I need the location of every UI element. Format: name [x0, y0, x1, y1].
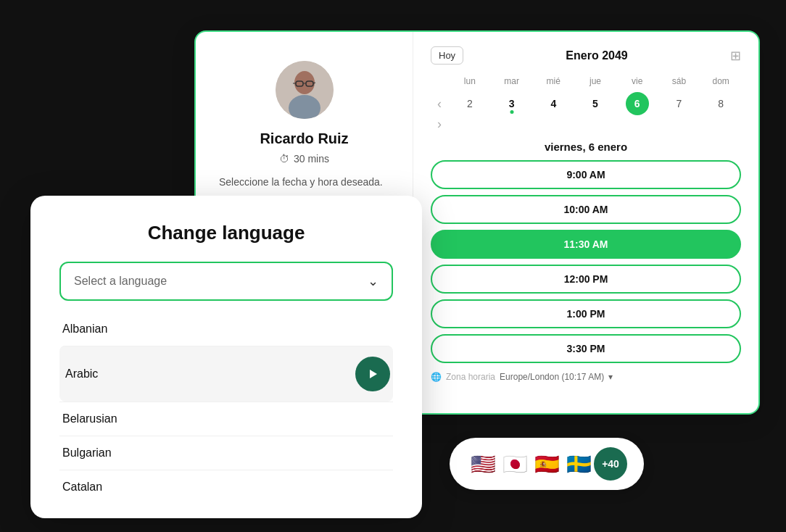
- today-button[interactable]: Hoy: [431, 46, 463, 65]
- lang-item-arabic[interactable]: Arabic: [59, 346, 393, 402]
- avatar: [276, 61, 334, 119]
- duration-text: 30 mins: [294, 153, 329, 165]
- cal-date-7[interactable]: 7: [667, 92, 690, 115]
- day-label-jue: jue: [575, 75, 616, 88]
- time-slot-1130[interactable]: 11:30 AM: [431, 230, 741, 259]
- dropdown-chevron-icon: ⌄: [368, 273, 378, 289]
- cal-date-2[interactable]: 2: [458, 92, 481, 115]
- language-select-placeholder: Select a language: [74, 275, 167, 288]
- day-label-lun: lun: [450, 75, 490, 88]
- time-slot-1200[interactable]: 12:00 PM: [431, 265, 741, 294]
- lang-item-belarusian[interactable]: Belarusian: [59, 402, 393, 436]
- time-slot-900[interactable]: 9:00 AM: [431, 160, 741, 189]
- day-label-sab: sáb: [659, 75, 700, 88]
- next-week-button[interactable]: ›: [431, 117, 448, 132]
- profile-description: Seleccione la fecha y hora deseada.: [219, 176, 383, 188]
- time-slot-330[interactable]: 3:30 PM: [431, 334, 741, 363]
- calendar-month: Enero 2049: [566, 49, 627, 62]
- timezone-row: 🌐 Zona horaria Europe/London (10:17 AM) …: [431, 372, 741, 382]
- day-label-mie: mié: [533, 75, 574, 88]
- lang-item-label: Catalan: [62, 481, 102, 494]
- cal-date-3[interactable]: 3: [500, 92, 524, 115]
- cal-date-8[interactable]: 8: [709, 92, 732, 115]
- globe-icon: 🌐: [431, 372, 442, 382]
- timezone-label: Zona horaria: [446, 372, 495, 382]
- cal-date-6[interactable]: 6: [626, 92, 649, 115]
- flags-row: 🇺🇸 🇯🇵 🇪🇸 🇸🇪 +40: [450, 438, 644, 490]
- day-label-vie: vie: [617, 75, 658, 88]
- cal-date-5[interactable]: 5: [584, 92, 607, 115]
- lang-item-bulgarian[interactable]: Bulgarian: [59, 436, 393, 470]
- calendar-header: Hoy Enero 2049 ⊞: [431, 46, 741, 65]
- lang-item-label: Belarusian: [62, 412, 117, 425]
- timezone-value: Europe/London (10:17 AM): [500, 372, 604, 382]
- timezone-chevron-icon[interactable]: ▾: [608, 372, 613, 382]
- duration-row: ⏱ 30 mins: [279, 153, 329, 165]
- cal-date-4[interactable]: 4: [542, 92, 565, 115]
- time-slot-100[interactable]: 1:00 PM: [431, 299, 741, 328]
- calendar-grid-icon[interactable]: ⊞: [730, 48, 741, 64]
- lang-item-catalan[interactable]: Catalan: [59, 470, 393, 504]
- lang-item-label: Albanian: [62, 323, 107, 336]
- flags-count[interactable]: +40: [592, 445, 629, 483]
- selected-date-label: viernes, 6 enero: [431, 141, 741, 153]
- profile-name: Ricardo Ruiz: [219, 130, 389, 147]
- day-label-mar: mar: [492, 75, 532, 88]
- language-select-box[interactable]: Select a language ⌄: [59, 262, 393, 301]
- modal-title: Change language: [59, 222, 393, 244]
- prev-week-button[interactable]: ‹: [431, 96, 448, 112]
- calendar-panel: Hoy Enero 2049 ⊞ lun mar mié jue vie sáb…: [413, 32, 758, 413]
- svg-point-1: [294, 71, 315, 94]
- day-label-dom: dom: [700, 75, 741, 88]
- clock-icon: ⏱: [279, 153, 289, 165]
- play-button[interactable]: [355, 357, 390, 391]
- lang-item-label: Bulgarian: [62, 446, 112, 460]
- time-slot-1000[interactable]: 10:00 AM: [431, 195, 741, 224]
- calendar-dates-row: ‹ 2 3 4 5 6 7 8 ›: [431, 92, 741, 132]
- time-slots-list: 9:00 AM 10:00 AM 11:30 AM 12:00 PM 1:00 …: [431, 160, 741, 363]
- language-list: Albanian Arabic Belarusian Bulgarian Cat…: [59, 312, 393, 504]
- calendar-days-header: lun mar mié jue vie sáb dom: [431, 75, 741, 88]
- language-modal: Change language Select a language ⌄ Alba…: [30, 196, 422, 518]
- lang-item-label: Arabic: [65, 367, 98, 381]
- lang-item-albanian[interactable]: Albanian: [59, 312, 393, 346]
- svg-marker-8: [370, 370, 377, 378]
